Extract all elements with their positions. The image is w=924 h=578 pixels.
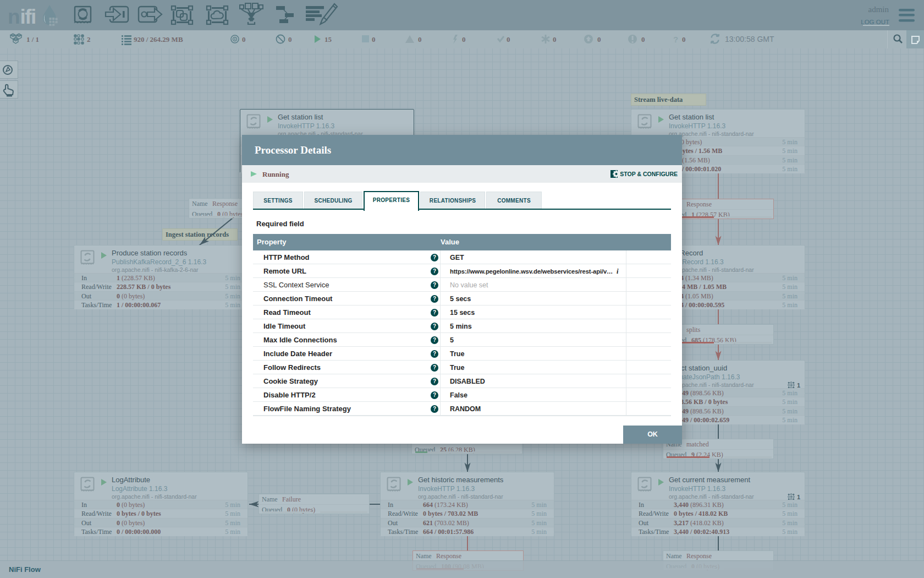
svg-text:?: ? [673, 35, 678, 44]
svg-text:LOG OUT: LOG OUT [861, 19, 889, 25]
svg-text:ifi: ifi [20, 6, 36, 28]
svg-text:admin: admin [868, 5, 889, 14]
svg-text:n: n [8, 6, 19, 28]
